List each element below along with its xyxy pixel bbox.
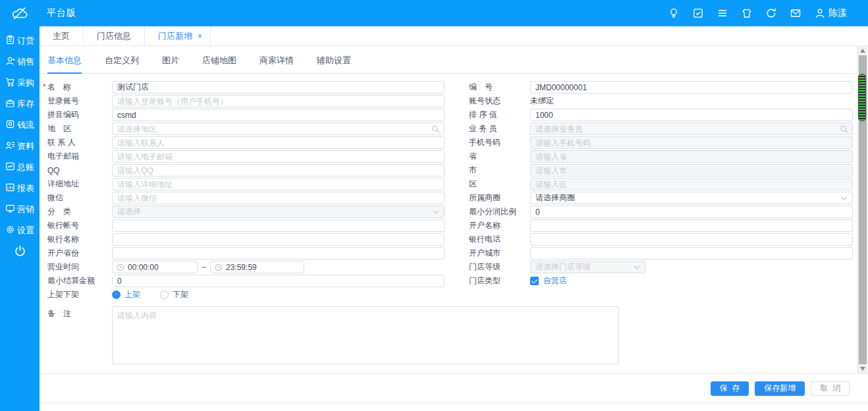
min-profit-input[interactable] (530, 206, 853, 218)
theme-shirt-icon[interactable] (741, 7, 753, 19)
store-level-select[interactable]: 请选择门店等级 (530, 261, 645, 273)
checkbox-label: 自营店 (543, 275, 567, 287)
field-label-wechat: 微信 (40, 192, 112, 204)
tab-home[interactable]: 主页 (40, 26, 84, 45)
account-city-input[interactable] (530, 247, 853, 260)
refresh-icon[interactable] (765, 7, 777, 19)
open-time-picker[interactable]: 00:00:00 (112, 261, 198, 273)
store-code-input[interactable] (530, 81, 853, 94)
save-and-new-button[interactable]: 保存新增 (755, 381, 805, 396)
sidebar-item-ordering[interactable]: 订货 (0, 30, 40, 51)
radio-off-shelf[interactable]: 下架 (160, 289, 188, 300)
sidebar-item-ledger[interactable]: 总账 (0, 157, 40, 178)
sidebar-item-cashflow[interactable]: 钱流 (0, 115, 40, 136)
email-input[interactable] (112, 150, 445, 163)
subtab-store-map[interactable]: 店铺地图 (202, 55, 236, 73)
account-name-input[interactable] (530, 219, 853, 232)
save-button[interactable]: 保 存 (711, 381, 749, 396)
login-account-input[interactable] (112, 95, 445, 107)
field-label-email: 电子邮箱 (40, 151, 112, 162)
sort-value-input[interactable] (530, 109, 853, 121)
customer-icon (5, 56, 15, 68)
contact-input[interactable] (112, 136, 445, 149)
close-time-value: 23:59:59 (226, 263, 257, 272)
required-mark: * (43, 82, 46, 92)
topbar: 平台版 (0, 0, 868, 26)
store-form: *名 称 登录账号 拼音编码 地 区 (40, 81, 868, 366)
ledger-chart-icon (5, 161, 15, 173)
field-label-province: 省 (461, 151, 530, 162)
bank-name-input[interactable] (112, 233, 445, 246)
menu-icon[interactable] (717, 7, 728, 19)
open-time-value: 00:00:00 (128, 263, 159, 272)
user-menu[interactable]: 陈漾 (814, 7, 847, 19)
radio-label: 下架 (173, 289, 188, 300)
subtab-custom-columns[interactable]: 自定义列 (105, 55, 139, 73)
field-label-pinyin: 拼音编码 (40, 109, 112, 121)
wechat-input[interactable] (112, 192, 445, 204)
field-label-code: 编 号 (461, 82, 530, 93)
field-label-phone: 手机号码 (461, 137, 530, 148)
cancel-button[interactable]: 取 消 (811, 381, 850, 396)
sidebar-item-sales[interactable]: 销售 (0, 51, 40, 72)
sidebar-item-settings[interactable]: 设置 (0, 220, 40, 241)
vertical-scrollbar[interactable] (857, 46, 867, 373)
tab-store-new[interactable]: 门店新增× (145, 26, 211, 45)
area-search-input[interactable] (112, 123, 445, 135)
todo-icon[interactable] (692, 7, 704, 19)
field-label-address: 详细地址 (40, 178, 112, 190)
clock-icon (117, 263, 124, 271)
self-operated-checkbox[interactable]: 自营店 (530, 275, 567, 287)
subtab-auxiliary-settings[interactable]: 辅助设置 (317, 55, 351, 73)
subtab-merchant-details[interactable]: 商家详情 (259, 55, 294, 73)
page-tabs: 主页 门店信息 门店新增× (40, 26, 868, 46)
remark-textarea[interactable] (112, 306, 619, 364)
phone-input[interactable] (530, 136, 853, 149)
logout-power-button[interactable] (0, 245, 40, 260)
radio-label: 上架 (124, 289, 140, 300)
field-label-hours: 营业时间 (40, 261, 112, 273)
sidebar-item-reports[interactable]: 报表 (0, 178, 40, 199)
field-label-store-type: 门店类型 (461, 275, 530, 287)
time-range-separator: ~ (202, 263, 206, 272)
mail-icon[interactable] (790, 7, 801, 19)
tab-store-info[interactable]: 门店信息 (84, 26, 145, 45)
tab-label: 门店新增 (158, 31, 192, 41)
radio-on-shelf[interactable]: 上架 (112, 289, 140, 300)
address-input[interactable] (112, 178, 445, 190)
bulb-icon[interactable] (668, 7, 680, 19)
gear-icon (5, 225, 15, 236)
bank-account-input[interactable] (112, 219, 445, 232)
app-edition-title: 平台版 (47, 7, 76, 19)
sidebar-item-data[interactable]: 资料 (0, 136, 40, 157)
sidebar-item-purchase[interactable]: 采购 (0, 72, 40, 94)
field-label-account-name: 开户名称 (461, 220, 530, 231)
scrollbar-thumb[interactable] (858, 74, 866, 121)
bank-phone-input[interactable] (530, 233, 853, 246)
sidebar-item-inventory[interactable]: 库存 (0, 94, 40, 115)
province-input[interactable] (530, 150, 853, 163)
scroll-down-arrow-icon[interactable] (860, 367, 865, 371)
sidebar-item-marketing[interactable]: 营销 (0, 199, 40, 220)
chevron-down-icon (841, 196, 848, 200)
district-input[interactable] (530, 178, 853, 190)
field-label-city: 市 (461, 165, 530, 176)
category-select[interactable]: 请选择 (112, 206, 445, 218)
subtab-images[interactable]: 图片 (162, 55, 179, 73)
close-time-picker[interactable]: 23:59:59 (210, 261, 304, 273)
topbar-actions: 陈漾 (668, 7, 868, 19)
sidebar: 订货 销售 采购 库存 钱流 资料 总账 报表 营销 设置 (0, 26, 40, 411)
min-settlement-input[interactable] (112, 275, 445, 287)
pinyin-code-input[interactable] (112, 109, 445, 121)
scroll-up-arrow-icon[interactable] (860, 49, 865, 53)
salesman-search-input[interactable] (530, 123, 853, 135)
business-zone-select[interactable]: 请选择商圈 (530, 192, 853, 204)
subtab-basic-info[interactable]: 基本信息 (47, 55, 82, 74)
name-input[interactable] (112, 81, 445, 94)
bank-province-input[interactable] (112, 247, 445, 260)
qq-input[interactable] (112, 164, 445, 177)
city-input[interactable] (530, 164, 853, 177)
contacts-icon (5, 140, 15, 152)
close-tab-icon[interactable]: × (198, 32, 202, 41)
sidebar-item-label: 营销 (17, 204, 34, 215)
